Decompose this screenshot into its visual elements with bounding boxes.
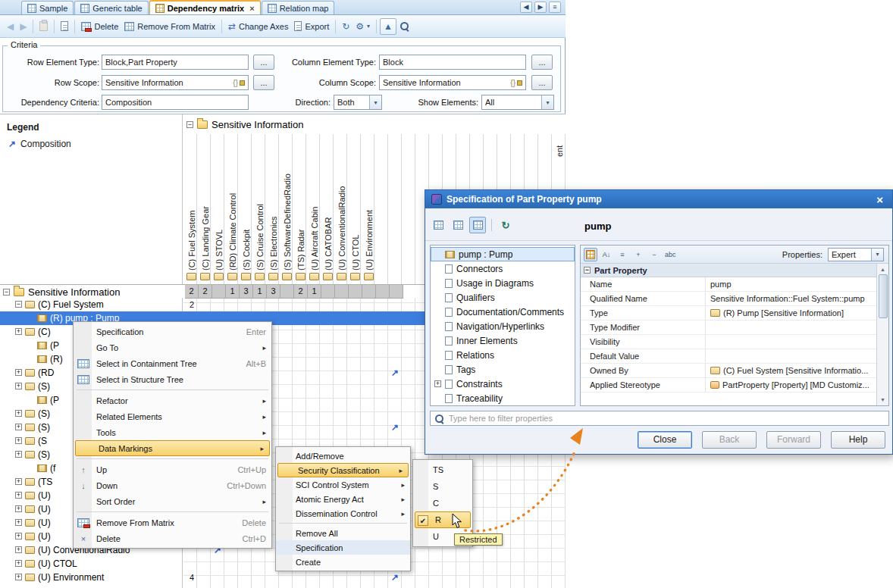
description-toggle-button[interactable]: ≡: [616, 248, 629, 261]
filter-box[interactable]: Type here to filter properties: [430, 411, 889, 426]
tree-expand-icon[interactable]: +: [15, 492, 22, 499]
menu-item-ts[interactable]: TS: [413, 461, 472, 478]
collapse-criteria-button[interactable]: ▲: [380, 18, 396, 35]
spec-tree-item-navigation-hyperlinks[interactable]: Navigation/Hyperlinks: [431, 319, 575, 333]
column-scope-browse-button[interactable]: ...: [531, 75, 553, 90]
direction-select[interactable]: Both▾: [334, 95, 382, 110]
close-tab-icon[interactable]: ×: [249, 4, 254, 13]
change-axes-button[interactable]: ⇄Change Axes: [225, 18, 292, 35]
forward-button[interactable]: Forward: [766, 431, 821, 449]
tree-expand-icon[interactable]: +: [434, 380, 441, 387]
row-scope-input[interactable]: Sensitive Information{}: [102, 75, 249, 90]
composition-arrow-icon[interactable]: ↗: [391, 571, 402, 584]
back-button[interactable]: ◀: [4, 18, 17, 35]
columns-view-button[interactable]: [469, 217, 486, 233]
menu-item-s[interactable]: S: [413, 478, 472, 495]
property-row-type-modifier[interactable]: Type Modifier: [581, 321, 878, 335]
spec-tree-item-connectors[interactable]: Connectors: [431, 261, 575, 276]
spec-tree-item-inner-elements[interactable]: Inner Elements: [431, 333, 575, 348]
row-element-type-input[interactable]: Block,Part Property: [102, 55, 249, 70]
tree-expand-icon[interactable]: +: [15, 505, 22, 512]
search-button[interactable]: [396, 18, 412, 35]
forward-button[interactable]: ▶: [17, 18, 30, 35]
menu-item-dissemination-control[interactable]: Dissemination Control▸: [276, 506, 410, 521]
spec-tree-item-tags[interactable]: Tags: [431, 362, 575, 377]
menu-item-sci-control-system[interactable]: SCI Control System▸: [276, 477, 410, 492]
help-button[interactable]: Help: [831, 431, 885, 449]
tree-expand-icon[interactable]: +: [15, 533, 22, 540]
spec-tree-item-qualifiers[interactable]: Qualifiers: [431, 290, 575, 305]
menu-item-tools[interactable]: Tools▸: [74, 424, 271, 440]
menu-item-c[interactable]: C: [413, 495, 472, 511]
spec-tree-item-pump-pump[interactable]: pump : Pump: [431, 247, 575, 261]
property-value[interactable]: PartProperty [Property] [MD Customiz...: [706, 380, 878, 389]
tree-collapse-icon[interactable]: −: [15, 301, 22, 308]
menu-item-select-in-containment-tree[interactable]: Select in Containment TreeAlt+B: [74, 355, 271, 371]
collapse-all-button[interactable]: −: [647, 248, 661, 261]
matrix-row-u-environment[interactable]: +(U) Environment4↗: [0, 571, 566, 584]
show-elements-select[interactable]: All▾: [481, 95, 554, 110]
menu-item-specification[interactable]: Specification: [276, 540, 410, 555]
tab-sample[interactable]: Sample: [21, 1, 74, 14]
menu-item-data-markings[interactable]: Data Markings▸: [75, 440, 270, 456]
properties-scrollbar[interactable]: ▲ ▼: [876, 264, 888, 405]
property-value[interactable]: Sensitive Information::Fuel System::pump: [706, 294, 878, 303]
menu-item-go-to[interactable]: Go To▸: [74, 339, 271, 355]
composition-arrow-icon[interactable]: ↗: [391, 421, 402, 434]
tree-expand-icon[interactable]: +: [15, 519, 22, 526]
tree-expand-icon[interactable]: +: [15, 574, 22, 580]
menu-item-add-remove[interactable]: Add/Remove: [276, 449, 410, 463]
menu-item-down[interactable]: ↓DownCtrl+Down: [74, 477, 271, 493]
property-row-visibility[interactable]: Visibility: [581, 335, 878, 349]
property-value[interactable]: (R) Pump [Sensitive Information]: [706, 308, 878, 317]
property-row-applied-stereotype[interactable]: Applied StereotypePartProperty [Property…: [581, 378, 878, 393]
property-value[interactable]: (C) Fuel System [Sensitive Informatio...: [706, 366, 878, 375]
dialog-close-button[interactable]: ×: [873, 193, 886, 206]
tree-expand-icon[interactable]: +: [15, 383, 22, 389]
menu-item-remove-from-matrix[interactable]: Remove From MatrixDelete: [74, 514, 271, 530]
report-button[interactable]: [58, 18, 71, 35]
menu-item-sort-order[interactable]: Sort Order▸: [74, 493, 271, 509]
matrix-cell[interactable]: 4: [185, 571, 199, 584]
scroll-down-icon[interactable]: ▼: [880, 395, 885, 405]
delete-matrix-button[interactable]: Delete: [78, 18, 121, 35]
row-element-type-browse-button[interactable]: ...: [253, 55, 274, 70]
menu-item-refactor[interactable]: Refactor▸: [74, 393, 271, 408]
refresh-button[interactable]: ↻: [339, 18, 352, 35]
menu-item-delete[interactable]: ×DeleteCtrl+D: [74, 530, 271, 546]
menu-item-specification[interactable]: SpecificationEnter: [74, 324, 271, 339]
tree-expand-icon[interactable]: +: [15, 546, 22, 553]
back-button[interactable]: Back: [702, 431, 757, 449]
property-row-qualified-name[interactable]: Qualified NameSensitive Information::Fue…: [581, 292, 878, 306]
close-button[interactable]: Close: [638, 431, 692, 449]
paste-button[interactable]: [36, 18, 51, 35]
column-element-type-input[interactable]: Block: [379, 55, 526, 70]
dependency-criteria-input[interactable]: Composition: [102, 95, 249, 110]
refresh-button[interactable]: ↻: [497, 217, 514, 233]
column-scope-input[interactable]: Sensitive Information{}: [379, 75, 526, 90]
spec-tree-item-constraints[interactable]: +Constraints: [431, 377, 575, 391]
tree-expand-icon[interactable]: +: [15, 451, 22, 458]
abbreviations-button[interactable]: abc: [663, 248, 678, 261]
properties-section-header[interactable]: − Part Property: [581, 264, 878, 277]
menu-item-related-elements[interactable]: Related Elements▸: [74, 408, 271, 424]
scroll-up-icon[interactable]: ▲: [880, 264, 885, 274]
menu-item-atomic-energy-act[interactable]: Atomic Energy Act▸: [276, 492, 410, 506]
tree-expand-icon[interactable]: +: [15, 437, 22, 444]
tab-scroll-right-button[interactable]: ▶: [534, 2, 547, 13]
tab-list-button[interactable]: ≡: [549, 2, 561, 13]
dialog-titlebar[interactable]: Specification of Part Property pump ×: [425, 190, 892, 208]
column-element-type-browse-button[interactable]: ...: [531, 55, 553, 70]
tree-expand-icon[interactable]: +: [15, 478, 22, 485]
composition-arrow-icon[interactable]: ↗: [391, 366, 402, 380]
tab-generic-table[interactable]: Generic table: [74, 1, 148, 14]
property-value[interactable]: pump: [706, 280, 878, 289]
property-row-owned-by[interactable]: Owned By(C) Fuel System [Sensitive Infor…: [581, 364, 878, 378]
tree-collapse-icon[interactable]: −: [584, 267, 591, 274]
row-scope-browse-button[interactable]: ...: [253, 75, 274, 90]
export-button[interactable]: Export: [291, 18, 332, 35]
tree-expand-icon[interactable]: +: [15, 424, 22, 430]
spec-tree-item-documentation-comments[interactable]: Documentation/Comments: [431, 305, 575, 319]
tab-relation-map[interactable]: Relation map: [262, 1, 335, 14]
menu-item-create[interactable]: Create: [276, 555, 410, 569]
